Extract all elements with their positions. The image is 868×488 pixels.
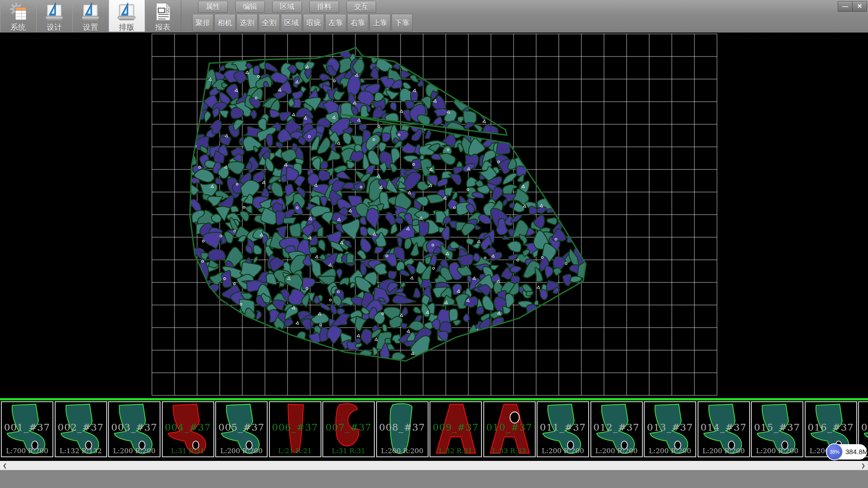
pattern-lr-count: L:200 R:200 [698,447,749,455]
pattern-thumb-003_#37[interactable]: 003_#37L:200 R:200 [108,401,160,457]
pattern-lr-count: L:31 R:31 [163,447,213,455]
scroll-right-icon[interactable]: ❯ [861,461,865,470]
main-button-system[interactable]: 系统 [0,0,37,32]
pattern-thumb-014_#37[interactable]: 014_#37L:200 R:200 [698,401,750,457]
pattern-thumb-013_#37[interactable]: 013_#37L:200 R:200 [644,401,696,457]
pattern-lr-count: L:200 R:200 [591,447,642,455]
main-button-label: 系统 [0,22,36,33]
pattern-id-label: 017_#37 [859,422,868,433]
pattern-lr-count: L:31 R:31 [323,447,374,455]
tool-button-camera[interactable]: 相机 [214,14,236,32]
pattern-id-label: 015_#37 [752,422,802,433]
pattern-id-label: 011_#37 [538,422,588,433]
pattern-id-label: 008_#37 [377,422,428,433]
menu-tab-nesting[interactable]: 排料 [309,1,339,13]
pattern-id-label: 006_#37 [270,422,321,433]
tool-button-defect[interactable]: 瑕疵 [303,14,324,32]
pattern-lr-count: L:200 R:200 [538,447,588,455]
layout-icon [117,2,137,22]
main-button-design[interactable]: 设计 [36,0,73,32]
pattern-lr-count: L:200 R:200 [645,447,695,455]
pattern-thumb-010_#37[interactable]: 010_#37L:33 R:33 [483,401,536,457]
pattern-thumb-011_#37[interactable]: 011_#37L:200 R:200 [537,401,589,457]
titlebar: 系统设计设置排版报表 属性编辑区域排料交互 聚排相机选割全割区域瑕疵左靠右靠上靠… [0,0,868,33]
pattern-lr-count: L:200 R:200 [109,447,160,455]
pattern-id-label: 005_#37 [216,422,267,433]
settings-icon [80,2,100,22]
pattern-id-label: 016_#37 [806,422,856,433]
pattern-id-label: 001_#37 [2,422,52,433]
menu-tab-edit[interactable]: 编辑 [235,1,265,13]
main-button-label: 报表 [145,22,181,33]
main-button-label: 排版 [108,22,145,33]
main-button-label: 设置 [72,22,108,33]
pattern-lr-count: L:200 R:200 [752,447,802,455]
scroll-left-icon[interactable]: ❮ [3,461,7,470]
hide-nesting-view [0,33,868,398]
design-icon [44,2,64,22]
main-button-label: 设计 [36,22,72,33]
main-button-layout[interactable]: 排版 [108,0,145,32]
pattern-thumb-012_#37[interactable]: 012_#37L:200 R:200 [590,401,643,457]
tool-button-snap-left[interactable]: 左靠 [325,14,346,32]
pattern-lr-count: L:132 R:132 [56,447,106,455]
pattern-lr-count: L:33 R:33 [484,447,535,455]
menu-tab-region[interactable]: 区域 [272,1,302,13]
pattern-thumb-009_#37[interactable]: 009_#37L:32 R:31 [429,401,482,457]
tool-button-cluster-nest[interactable]: 聚排 [192,14,213,32]
pattern-id-label: 010_#37 [484,422,535,433]
pattern-thumb-005_#37[interactable]: 005_#37L:200 R:200 [215,401,268,457]
main-button-settings[interactable]: 设置 [72,0,109,32]
tool-button-snap-top[interactable]: 上靠 [369,14,391,32]
report-icon [153,2,173,22]
pattern-thumb-007_#37[interactable]: 007_#37L:31 R:31 [322,401,375,457]
bottom-status-bar [0,470,868,488]
pattern-thumb-002_#37[interactable]: 002_#37L:132 R:132 [55,401,107,457]
menu-tab-properties[interactable]: 属性 [198,1,228,13]
menu-tab-interact[interactable]: 交互 [346,1,376,13]
memory-usage-badge[interactable]: 38% 384.8M [827,444,867,460]
pattern-id-label: 013_#37 [645,422,695,433]
pattern-thumb-006_#37[interactable]: 006_#37L:21 R:21 [269,401,321,457]
pattern-thumb-001_#37[interactable]: 001_#37L:700 R:700 [1,401,53,457]
nesting-canvas[interactable] [0,33,868,398]
pattern-id-label: 003_#37 [109,422,160,433]
tool-button-region[interactable]: 区域 [281,14,302,32]
pattern-lr-count: L:200 R:200 [216,447,267,455]
pattern-lr-count: L:700 R:700 [2,447,52,455]
pattern-id-label: 002_#37 [56,422,106,433]
main-button-report[interactable]: 报表 [145,0,181,32]
minimize-button[interactable]: — [838,1,853,12]
pattern-thumb-015_#37[interactable]: 015_#37L:200 R:200 [751,401,803,457]
pattern-id-label: 007_#37 [323,422,374,433]
pattern-lr-count: L:32 R:31 [430,447,481,455]
pattern-id-label: 009_#37 [430,422,481,433]
tool-button-select-cut[interactable]: 选割 [236,14,258,32]
system-icon [8,2,28,22]
close-button[interactable]: ✕ [852,1,867,12]
pattern-thumbnail-strip: 001_#37L:700 R:700002_#37L:132 R:132003_… [0,400,868,461]
tool-button-snap-right[interactable]: 右靠 [347,14,368,32]
tool-button-cut-all[interactable]: 全割 [259,14,280,32]
pattern-id-label: 004_#37 [163,422,213,433]
pattern-id-label: 014_#37 [698,422,749,433]
pattern-thumb-004_#37[interactable]: 004_#37L:31 R:31 [162,401,214,457]
pattern-lr-count: L:21 R:21 [270,447,321,455]
memory-value: 384.8M [845,444,868,460]
pattern-id-label: 012_#37 [591,422,642,433]
pattern-thumb-008_#37[interactable]: 008_#37L:200 R:200 [376,401,429,457]
horizontal-scrollbar[interactable]: ❮ ❯ [0,461,868,470]
tool-button-snap-bottom[interactable]: 下靠 [392,14,413,32]
usage-percent-circle: 38% [826,443,843,460]
pattern-lr-count: L:200 R:200 [377,447,428,455]
